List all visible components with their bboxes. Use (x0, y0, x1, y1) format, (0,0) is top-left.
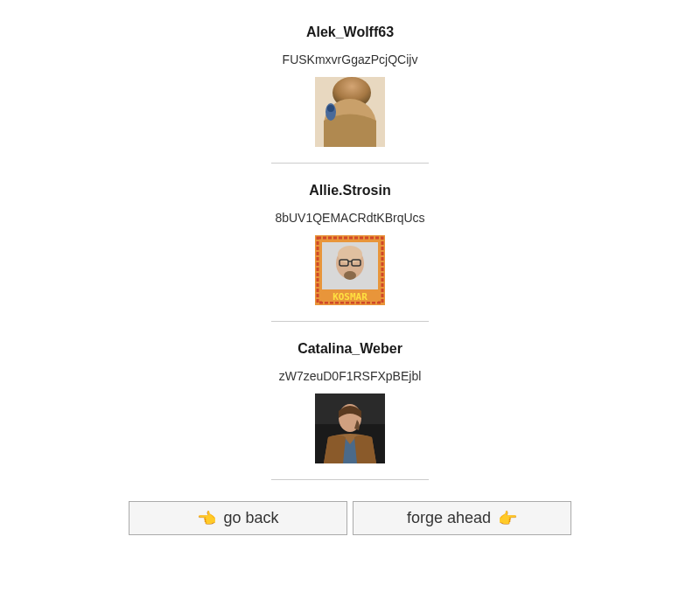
divider (271, 163, 429, 164)
avatar-hair-bun-icon (315, 77, 385, 147)
user-card: Alek_Wolff63 FUSKmxvrGgazPcjQCijv (283, 17, 418, 154)
divider (271, 479, 429, 480)
user-username: Alek_Wolff63 (306, 24, 394, 40)
avatar: KOSMAR (315, 235, 385, 305)
user-code: FUSKmxvrGgazPcjQCijv (283, 52, 418, 66)
avatar-bald-glasses-icon: KOSMAR (315, 235, 385, 305)
pointing-right-icon: 👉 (498, 511, 517, 526)
forge-ahead-button[interactable]: forge ahead 👉 (353, 501, 571, 535)
svg-point-4 (327, 105, 334, 112)
user-list: Alek_Wolff63 FUSKmxvrGgazPcjQCijv (0, 17, 700, 492)
svg-point-9 (338, 246, 362, 263)
user-code: 8bUV1QEMACRdtKBrqUcs (275, 211, 424, 225)
go-back-label: go back (223, 509, 278, 527)
divider (271, 321, 429, 322)
user-code: zW7zeuD0F1RSFXpBEjbl (279, 369, 422, 383)
button-row: 👈 go back forge ahead 👉 (129, 501, 571, 535)
user-username: Catalina_Weber (298, 341, 402, 357)
user-card: Allie.Strosin 8bUV1QEMACRdtKBrqUcs KOSMA… (275, 176, 424, 312)
svg-point-13 (344, 271, 356, 280)
go-back-button[interactable]: 👈 go back (129, 501, 347, 535)
avatar (315, 394, 385, 463)
forge-ahead-label: forge ahead (407, 509, 491, 527)
avatar-man-jacket-icon (315, 394, 385, 463)
user-card: Catalina_Weber zW7zeuD0F1RSFXpBEjbl (279, 334, 422, 470)
avatar-caption: KOSMAR (332, 291, 368, 303)
user-username: Allie.Strosin (309, 183, 390, 199)
avatar (315, 77, 385, 147)
pointing-left-icon: 👈 (197, 511, 216, 526)
